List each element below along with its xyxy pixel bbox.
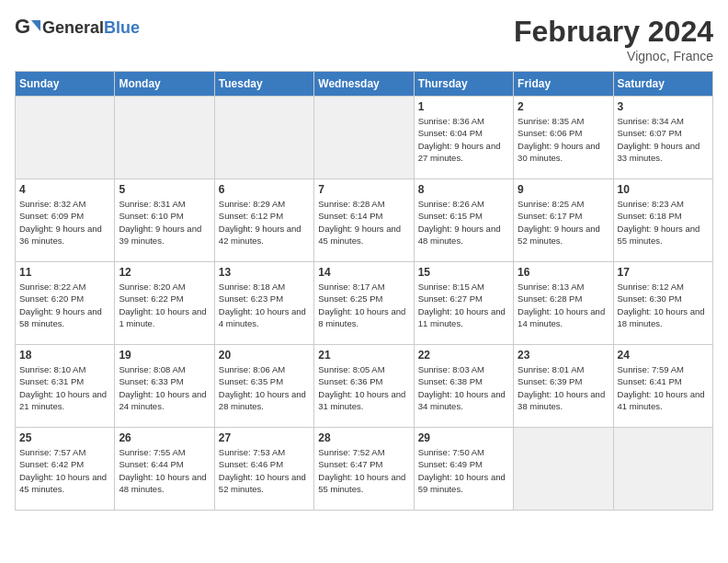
calendar-day-cell: 11Sunrise: 8:22 AMSunset: 6:20 PMDayligh… (16, 262, 115, 345)
calendar-day-cell: 6Sunrise: 8:29 AMSunset: 6:12 PMDaylight… (214, 179, 313, 262)
svg-text:G: G (15, 15, 30, 38)
calendar-day-cell: 28Sunrise: 7:52 AMSunset: 6:47 PMDayligh… (314, 428, 414, 511)
day-info: Sunrise: 8:34 AMSunset: 6:07 PMDaylight:… (618, 115, 709, 164)
calendar-day-cell: 24Sunrise: 7:59 AMSunset: 6:41 PMDayligh… (613, 345, 712, 428)
logo-general: General (42, 18, 104, 37)
day-number: 1 (418, 100, 509, 113)
calendar-table: SundayMondayTuesdayWednesdayThursdayFrid… (15, 71, 713, 511)
calendar-day-cell: 18Sunrise: 8:10 AMSunset: 6:31 PMDayligh… (16, 345, 115, 428)
calendar-day-cell: 14Sunrise: 8:17 AMSunset: 6:25 PMDayligh… (314, 262, 414, 345)
day-info: Sunrise: 8:15 AMSunset: 6:27 PMDaylight:… (418, 281, 509, 329)
calendar-week-row: 1Sunrise: 8:36 AMSunset: 6:04 PMDaylight… (16, 97, 713, 179)
day-number: 18 (19, 349, 110, 362)
day-info: Sunrise: 8:25 AMSunset: 6:17 PMDaylight:… (518, 198, 609, 247)
day-info: Sunrise: 8:29 AMSunset: 6:12 PMDaylight:… (219, 198, 310, 247)
day-number: 6 (219, 183, 310, 196)
day-number: 10 (618, 183, 709, 196)
calendar-day-cell: 10Sunrise: 8:23 AMSunset: 6:18 PMDayligh… (613, 179, 712, 262)
day-info: Sunrise: 7:55 AMSunset: 6:44 PMDaylight:… (119, 446, 210, 495)
day-info: Sunrise: 8:18 AMSunset: 6:23 PMDaylight:… (219, 281, 310, 329)
day-info: Sunrise: 8:10 AMSunset: 6:31 PMDaylight:… (19, 363, 110, 412)
day-number: 12 (119, 266, 210, 279)
day-info: Sunrise: 8:06 AMSunset: 6:35 PMDaylight:… (219, 363, 310, 412)
day-info: Sunrise: 8:20 AMSunset: 6:22 PMDaylight:… (119, 281, 210, 329)
calendar-day-cell: 9Sunrise: 8:25 AMSunset: 6:17 PMDaylight… (514, 179, 613, 262)
calendar-day-cell: 22Sunrise: 8:03 AMSunset: 6:38 PMDayligh… (414, 345, 513, 428)
logo-blue: Blue (104, 18, 140, 37)
day-number: 15 (418, 266, 509, 279)
calendar-day-cell: 5Sunrise: 8:31 AMSunset: 6:10 PMDaylight… (115, 179, 214, 262)
page-header: G GeneralBlue February 2024 Vignoc, Fran… (15, 15, 713, 63)
day-number: 11 (19, 266, 110, 279)
title-area: February 2024 Vignoc, France (514, 15, 713, 63)
calendar-day-cell: 17Sunrise: 8:12 AMSunset: 6:30 PMDayligh… (613, 262, 712, 345)
day-info: Sunrise: 7:50 AMSunset: 6:49 PMDaylight:… (418, 446, 509, 495)
day-info: Sunrise: 8:03 AMSunset: 6:38 PMDaylight:… (418, 363, 509, 412)
calendar-day-cell: 21Sunrise: 8:05 AMSunset: 6:36 PMDayligh… (314, 345, 414, 428)
day-info: Sunrise: 8:08 AMSunset: 6:33 PMDaylight:… (119, 363, 210, 412)
calendar-day-cell (214, 97, 313, 179)
day-number: 17 (618, 266, 709, 279)
day-number: 13 (219, 266, 310, 279)
day-number: 22 (418, 349, 509, 362)
day-number: 4 (19, 183, 110, 196)
day-number: 28 (318, 431, 409, 444)
calendar-day-cell: 29Sunrise: 7:50 AMSunset: 6:49 PMDayligh… (414, 428, 513, 511)
calendar-day-cell (16, 97, 115, 179)
day-info: Sunrise: 8:22 AMSunset: 6:20 PMDaylight:… (19, 281, 110, 329)
day-info: Sunrise: 8:28 AMSunset: 6:14 PMDaylight:… (318, 198, 409, 247)
day-info: Sunrise: 7:52 AMSunset: 6:47 PMDaylight:… (318, 446, 409, 495)
day-info: Sunrise: 8:32 AMSunset: 6:09 PMDaylight:… (19, 198, 110, 247)
calendar-day-cell (314, 97, 414, 179)
calendar-week-row: 18Sunrise: 8:10 AMSunset: 6:31 PMDayligh… (16, 345, 713, 428)
calendar-day-cell: 13Sunrise: 8:18 AMSunset: 6:23 PMDayligh… (214, 262, 313, 345)
day-number: 29 (418, 431, 509, 444)
day-number: 26 (119, 431, 210, 444)
day-number: 2 (518, 100, 609, 113)
calendar-day-cell: 3Sunrise: 8:34 AMSunset: 6:07 PMDaylight… (613, 97, 712, 179)
calendar-day-cell: 16Sunrise: 8:13 AMSunset: 6:28 PMDayligh… (514, 262, 613, 345)
calendar-day-cell: 27Sunrise: 7:53 AMSunset: 6:46 PMDayligh… (214, 428, 313, 511)
calendar-day-cell: 19Sunrise: 8:08 AMSunset: 6:33 PMDayligh… (115, 345, 214, 428)
calendar-day-cell: 7Sunrise: 8:28 AMSunset: 6:14 PMDaylight… (314, 179, 414, 262)
logo-icon: G (15, 15, 40, 40)
weekday-header: Saturday (613, 72, 712, 97)
day-number: 5 (119, 183, 210, 196)
day-info: Sunrise: 7:53 AMSunset: 6:46 PMDaylight:… (219, 446, 310, 495)
day-info: Sunrise: 8:12 AMSunset: 6:30 PMDaylight:… (618, 281, 709, 329)
day-number: 24 (618, 349, 709, 362)
calendar-day-cell (514, 428, 613, 511)
svg-marker-1 (31, 20, 40, 31)
day-number: 19 (119, 349, 210, 362)
calendar-day-cell: 25Sunrise: 7:57 AMSunset: 6:42 PMDayligh… (16, 428, 115, 511)
weekday-header: Thursday (414, 72, 513, 97)
weekday-header-row: SundayMondayTuesdayWednesdayThursdayFrid… (16, 72, 713, 97)
day-info: Sunrise: 7:59 AMSunset: 6:41 PMDaylight:… (618, 363, 709, 412)
calendar-day-cell: 26Sunrise: 7:55 AMSunset: 6:44 PMDayligh… (115, 428, 214, 511)
weekday-header: Monday (115, 72, 214, 97)
calendar-day-cell: 12Sunrise: 8:20 AMSunset: 6:22 PMDayligh… (115, 262, 214, 345)
calendar-week-row: 11Sunrise: 8:22 AMSunset: 6:20 PMDayligh… (16, 262, 713, 345)
calendar-day-cell (613, 428, 712, 511)
day-number: 21 (318, 349, 409, 362)
day-number: 8 (418, 183, 509, 196)
day-info: Sunrise: 8:05 AMSunset: 6:36 PMDaylight:… (318, 363, 409, 412)
day-number: 23 (518, 349, 609, 362)
day-info: Sunrise: 8:23 AMSunset: 6:18 PMDaylight:… (618, 198, 709, 247)
calendar-day-cell: 15Sunrise: 8:15 AMSunset: 6:27 PMDayligh… (414, 262, 513, 345)
day-number: 3 (618, 100, 709, 113)
calendar-day-cell: 8Sunrise: 8:26 AMSunset: 6:15 PMDaylight… (414, 179, 513, 262)
day-info: Sunrise: 8:26 AMSunset: 6:15 PMDaylight:… (418, 198, 509, 247)
day-number: 14 (318, 266, 409, 279)
weekday-header: Wednesday (314, 72, 414, 97)
calendar-day-cell: 23Sunrise: 8:01 AMSunset: 6:39 PMDayligh… (514, 345, 613, 428)
calendar-day-cell: 2Sunrise: 8:35 AMSunset: 6:06 PMDaylight… (514, 97, 613, 179)
calendar-day-cell: 20Sunrise: 8:06 AMSunset: 6:35 PMDayligh… (214, 345, 313, 428)
day-number: 27 (219, 431, 310, 444)
calendar-day-cell: 1Sunrise: 8:36 AMSunset: 6:04 PMDaylight… (414, 97, 513, 179)
day-number: 25 (19, 431, 110, 444)
day-info: Sunrise: 7:57 AMSunset: 6:42 PMDaylight:… (19, 446, 110, 495)
day-info: Sunrise: 8:35 AMSunset: 6:06 PMDaylight:… (518, 115, 609, 164)
day-number: 20 (219, 349, 310, 362)
calendar-week-row: 4Sunrise: 8:32 AMSunset: 6:09 PMDaylight… (16, 179, 713, 262)
